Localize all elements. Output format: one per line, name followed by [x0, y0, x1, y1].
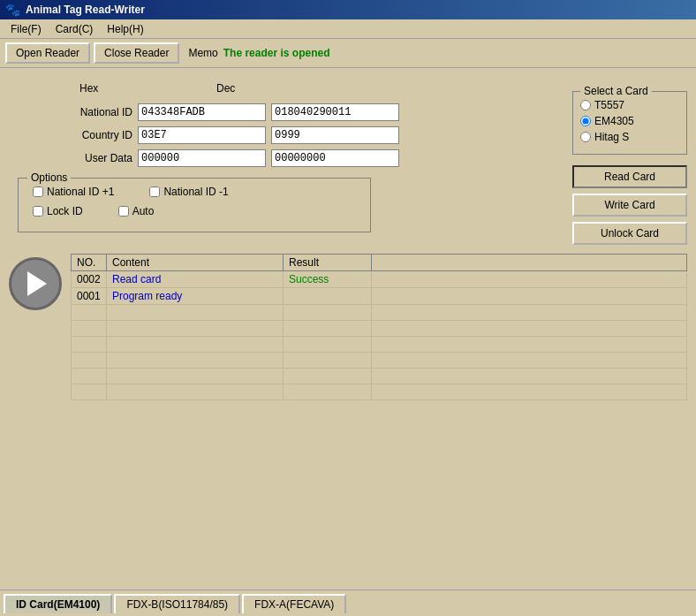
radio-t5557-input[interactable]: [580, 100, 591, 110]
app-icon: 🐾: [5, 3, 20, 17]
radio-hitag-s-input[interactable]: [580, 132, 591, 142]
country-id-hex-input[interactable]: [138, 126, 266, 144]
user-data-dec-input[interactable]: [271, 149, 399, 167]
table-row-empty: [72, 369, 687, 384]
national-id-plus1-checkbox-item[interactable]: National ID +1: [33, 186, 114, 198]
national-id-minus1-checkbox[interactable]: [149, 186, 160, 197]
radio-t5557[interactable]: T5557: [580, 99, 679, 111]
radio-em4305-input[interactable]: [580, 116, 591, 126]
field-row-user-data: User Data: [62, 149, 564, 167]
table-row-empty: [72, 305, 687, 321]
title-bar: 🐾 Animal Tag Read-Writer: [0, 0, 696, 19]
options-legend: Options: [27, 171, 71, 184]
auto-checkbox[interactable]: [118, 206, 129, 217]
national-id-hex-input[interactable]: [138, 103, 266, 121]
open-reader-button[interactable]: Open Reader: [5, 42, 90, 64]
tab-fdx-a[interactable]: FDX-A(FECAVA): [242, 594, 346, 613]
upper-area: Hex Dec National ID Country ID: [9, 82, 687, 247]
lock-id-checkbox[interactable]: [33, 206, 43, 217]
write-card-button[interactable]: Write Card: [572, 194, 687, 217]
country-id-dec-input[interactable]: [271, 126, 399, 144]
table-row-empty: [72, 337, 687, 353]
table-row: 0002 Read card Success: [72, 271, 687, 288]
user-data-hex-input[interactable]: [138, 149, 266, 167]
lock-id-label: Lock ID: [47, 205, 83, 217]
table-row-empty: [72, 321, 687, 337]
field-headers: Hex Dec: [79, 82, 564, 95]
row-no: 0002: [72, 271, 107, 288]
row-content: Program ready: [107, 288, 284, 305]
col-content-header: Content: [107, 255, 284, 271]
unlock-card-button[interactable]: Unlock Card: [572, 222, 687, 245]
user-data-label: User Data: [62, 152, 132, 164]
row-no: 0001: [72, 288, 107, 305]
memo-label: Memo: [188, 47, 217, 59]
left-main: Hex Dec National ID Country ID: [9, 82, 687, 574]
menu-card[interactable]: Card(C): [49, 21, 101, 37]
tab-fdx-b[interactable]: FDX-B(ISO11784/85): [114, 594, 240, 613]
col-result-header: Result: [284, 255, 372, 271]
toolbar: Open Reader Close Reader Memo The reader…: [0, 39, 696, 68]
row-result: Success: [284, 271, 372, 288]
table-row-empty: [72, 353, 687, 369]
menu-help[interactable]: Help(H): [100, 21, 150, 37]
field-row-national-id: National ID: [62, 103, 564, 121]
national-id-dec-input[interactable]: [271, 103, 399, 121]
row-extra: [372, 288, 687, 305]
play-col: [9, 254, 71, 400]
main-content: Hex Dec National ID Country ID: [0, 68, 696, 589]
national-id-plus1-checkbox[interactable]: [33, 186, 43, 197]
fields-and-options: Hex Dec National ID Country ID: [9, 82, 564, 247]
select-card-legend: Select a Card: [580, 85, 652, 97]
col-extra-header: [372, 255, 687, 271]
lock-id-checkbox-item[interactable]: Lock ID: [33, 205, 83, 217]
menu-file[interactable]: File(F): [4, 21, 49, 37]
table-row-empty: [72, 384, 687, 400]
status-bar: ID Card(EM4100) FDX-B(ISO11784/85) FDX-A…: [0, 589, 696, 616]
log-tbody: 0002 Read card Success 0001 Program read…: [72, 271, 687, 400]
radio-hitag-s[interactable]: Hitag S: [580, 131, 679, 143]
national-id-minus1-checkbox-item[interactable]: National ID -1: [149, 186, 228, 198]
options-group: Options National ID +1 National ID -1: [18, 178, 371, 232]
read-card-button[interactable]: Read Card: [572, 165, 687, 188]
fields-section: National ID Country ID User Data: [62, 103, 564, 167]
national-id-minus1-label: National ID -1: [163, 186, 228, 198]
hex-header: Hex: [79, 82, 216, 95]
row-result: [284, 288, 372, 305]
play-button[interactable]: [9, 257, 62, 310]
radio-em4305[interactable]: EM4305: [580, 115, 679, 127]
close-reader-button[interactable]: Close Reader: [94, 42, 179, 64]
national-id-plus1-label: National ID +1: [47, 186, 114, 198]
row-extra: [372, 271, 687, 288]
radio-hitag-s-label: Hitag S: [594, 131, 629, 143]
right-panel: Select a Card T5557 EM4305 Hitag S Read …: [572, 91, 687, 247]
radio-em4305-label: EM4305: [594, 115, 634, 127]
menu-bar: File(F) Card(C) Help(H): [0, 19, 696, 39]
auto-label: Auto: [132, 205, 155, 217]
radio-t5557-label: T5557: [594, 99, 624, 111]
col-no-header: NO.: [72, 255, 107, 271]
national-id-label: National ID: [62, 106, 132, 118]
table-wrap: NO. Content Result 0002 Read card Succes…: [71, 254, 687, 400]
tab-id-card-em4100[interactable]: ID Card(EM4100): [4, 594, 112, 613]
country-id-label: Country ID: [62, 129, 132, 141]
auto-checkbox-item[interactable]: Auto: [118, 205, 155, 217]
table-row: 0001 Program ready: [72, 288, 687, 305]
play-icon: [27, 271, 47, 296]
field-row-country-id: Country ID: [62, 126, 564, 144]
app-title: Animal Tag Read-Writer: [26, 4, 145, 16]
options-row-2: Lock ID Auto: [33, 205, 356, 217]
select-card-group: Select a Card T5557 EM4305 Hitag S: [572, 91, 687, 155]
log-table: NO. Content Result 0002 Read card Succes…: [71, 254, 687, 400]
table-container: NO. Content Result 0002 Read card Succes…: [9, 254, 687, 400]
options-row-1: National ID +1 National ID -1: [33, 186, 356, 198]
dec-header: Dec: [216, 82, 344, 95]
memo-value: The reader is opened: [223, 47, 330, 59]
row-content: Read card: [107, 271, 284, 288]
